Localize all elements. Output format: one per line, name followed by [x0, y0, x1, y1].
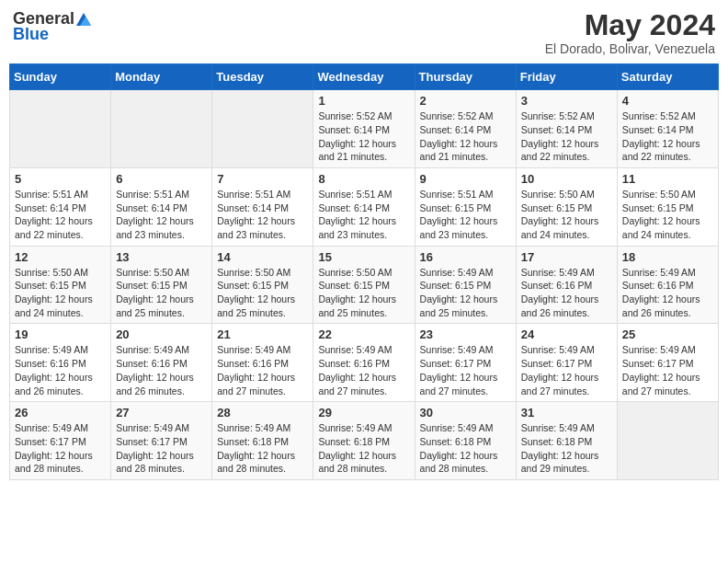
- weekday-header: Wednesday: [313, 64, 415, 90]
- day-number: 18: [622, 250, 713, 264]
- day-info: Sunrise: 5:52 AM Sunset: 6:14 PM Dayligh…: [622, 109, 713, 164]
- calendar-cell: 28Sunrise: 5:49 AM Sunset: 6:18 PM Dayli…: [212, 402, 313, 480]
- calendar-cell: 18Sunrise: 5:49 AM Sunset: 6:16 PM Dayli…: [617, 246, 718, 324]
- day-info: Sunrise: 5:49 AM Sunset: 6:17 PM Dayligh…: [420, 343, 511, 397]
- calendar-cell: 11Sunrise: 5:50 AM Sunset: 6:15 PM Dayli…: [617, 167, 718, 246]
- calendar-cell: 6Sunrise: 5:51 AM Sunset: 6:14 PM Daylig…: [111, 167, 212, 246]
- calendar-cell: 12Sunrise: 5:50 AM Sunset: 6:15 PM Dayli…: [10, 246, 111, 324]
- day-number: 16: [420, 250, 511, 264]
- calendar-cell: 16Sunrise: 5:49 AM Sunset: 6:15 PM Dayli…: [415, 246, 516, 324]
- calendar-cell: 20Sunrise: 5:49 AM Sunset: 6:16 PM Dayli…: [111, 324, 212, 402]
- day-info: Sunrise: 5:52 AM Sunset: 6:14 PM Dayligh…: [420, 109, 511, 164]
- calendar-cell: 8Sunrise: 5:51 AM Sunset: 6:14 PM Daylig…: [313, 167, 415, 246]
- day-number: 3: [521, 94, 612, 108]
- calendar-cell: 27Sunrise: 5:49 AM Sunset: 6:17 PM Dayli…: [111, 402, 212, 480]
- calendar-cell: 14Sunrise: 5:50 AM Sunset: 6:15 PM Dayli…: [212, 246, 313, 324]
- calendar-cell: 31Sunrise: 5:49 AM Sunset: 6:18 PM Dayli…: [516, 402, 617, 480]
- day-number: 1: [318, 94, 409, 108]
- calendar-cell: 4Sunrise: 5:52 AM Sunset: 6:14 PM Daylig…: [617, 90, 718, 168]
- day-info: Sunrise: 5:52 AM Sunset: 6:14 PM Dayligh…: [521, 109, 612, 164]
- day-info: Sunrise: 5:51 AM Sunset: 6:14 PM Dayligh…: [217, 188, 308, 242]
- day-info: Sunrise: 5:50 AM Sunset: 6:15 PM Dayligh…: [15, 266, 106, 320]
- day-info: Sunrise: 5:49 AM Sunset: 6:17 PM Dayligh…: [15, 421, 106, 476]
- day-number: 15: [318, 250, 409, 264]
- month-title: May 2024: [545, 9, 715, 41]
- day-number: 13: [116, 250, 207, 264]
- calendar-week-row: 19Sunrise: 5:49 AM Sunset: 6:16 PM Dayli…: [10, 324, 719, 402]
- calendar-cell: 25Sunrise: 5:49 AM Sunset: 6:17 PM Dayli…: [617, 324, 718, 402]
- day-info: Sunrise: 5:50 AM Sunset: 6:15 PM Dayligh…: [217, 266, 308, 320]
- day-number: 4: [622, 94, 713, 108]
- day-number: 7: [217, 172, 308, 186]
- calendar-cell: 23Sunrise: 5:49 AM Sunset: 6:17 PM Dayli…: [415, 324, 516, 402]
- weekday-header: Sunday: [10, 64, 111, 90]
- calendar-cell: 7Sunrise: 5:51 AM Sunset: 6:14 PM Daylig…: [212, 167, 313, 246]
- day-info: Sunrise: 5:49 AM Sunset: 6:18 PM Dayligh…: [420, 421, 511, 476]
- day-number: 14: [217, 250, 308, 264]
- day-number: 8: [318, 172, 409, 186]
- calendar-cell: 13Sunrise: 5:50 AM Sunset: 6:15 PM Dayli…: [111, 246, 212, 324]
- calendar-week-row: 5Sunrise: 5:51 AM Sunset: 6:14 PM Daylig…: [10, 167, 719, 246]
- location: El Dorado, Bolivar, Venezuela: [545, 41, 715, 56]
- logo-blue: Blue: [13, 25, 49, 44]
- weekday-header: Saturday: [617, 64, 718, 90]
- day-number: 30: [420, 406, 511, 419]
- day-number: 9: [420, 172, 511, 186]
- day-info: Sunrise: 5:49 AM Sunset: 6:16 PM Dayligh…: [521, 266, 612, 320]
- logo: General Blue: [13, 9, 93, 44]
- day-number: 24: [521, 327, 612, 341]
- day-info: Sunrise: 5:52 AM Sunset: 6:14 PM Dayligh…: [318, 109, 409, 164]
- day-number: 19: [15, 327, 106, 341]
- calendar-cell: [617, 402, 718, 480]
- calendar-cell: 1Sunrise: 5:52 AM Sunset: 6:14 PM Daylig…: [313, 90, 415, 168]
- day-info: Sunrise: 5:50 AM Sunset: 6:15 PM Dayligh…: [116, 266, 207, 320]
- day-number: 23: [420, 327, 511, 341]
- calendar-cell: [111, 90, 212, 168]
- day-info: Sunrise: 5:49 AM Sunset: 6:16 PM Dayligh…: [318, 343, 409, 397]
- day-info: Sunrise: 5:51 AM Sunset: 6:14 PM Dayligh…: [116, 188, 207, 242]
- calendar-cell: [212, 90, 313, 168]
- calendar-cell: 17Sunrise: 5:49 AM Sunset: 6:16 PM Dayli…: [516, 246, 617, 324]
- calendar-cell: 24Sunrise: 5:49 AM Sunset: 6:17 PM Dayli…: [516, 324, 617, 402]
- day-number: 12: [15, 250, 106, 264]
- day-info: Sunrise: 5:49 AM Sunset: 6:16 PM Dayligh…: [15, 343, 106, 397]
- day-info: Sunrise: 5:50 AM Sunset: 6:15 PM Dayligh…: [521, 188, 612, 242]
- day-info: Sunrise: 5:49 AM Sunset: 6:16 PM Dayligh…: [622, 266, 713, 320]
- weekday-header: Monday: [111, 64, 212, 90]
- calendar-week-row: 26Sunrise: 5:49 AM Sunset: 6:17 PM Dayli…: [10, 402, 719, 480]
- calendar-week-row: 1Sunrise: 5:52 AM Sunset: 6:14 PM Daylig…: [10, 90, 719, 168]
- day-number: 28: [217, 406, 308, 419]
- day-number: 26: [15, 406, 106, 419]
- calendar-cell: 30Sunrise: 5:49 AM Sunset: 6:18 PM Dayli…: [415, 402, 516, 480]
- day-number: 17: [521, 250, 612, 264]
- day-number: 11: [622, 172, 713, 186]
- calendar-cell: 3Sunrise: 5:52 AM Sunset: 6:14 PM Daylig…: [516, 90, 617, 168]
- day-info: Sunrise: 5:50 AM Sunset: 6:15 PM Dayligh…: [622, 188, 713, 242]
- calendar-cell: 21Sunrise: 5:49 AM Sunset: 6:16 PM Dayli…: [212, 324, 313, 402]
- day-info: Sunrise: 5:49 AM Sunset: 6:17 PM Dayligh…: [521, 343, 612, 397]
- day-info: Sunrise: 5:50 AM Sunset: 6:15 PM Dayligh…: [318, 266, 409, 320]
- calendar-cell: 15Sunrise: 5:50 AM Sunset: 6:15 PM Dayli…: [313, 246, 415, 324]
- calendar-cell: 10Sunrise: 5:50 AM Sunset: 6:15 PM Dayli…: [516, 167, 617, 246]
- day-number: 6: [116, 172, 207, 186]
- calendar-cell: 29Sunrise: 5:49 AM Sunset: 6:18 PM Dayli…: [313, 402, 415, 480]
- day-info: Sunrise: 5:51 AM Sunset: 6:15 PM Dayligh…: [420, 188, 511, 242]
- day-number: 2: [420, 94, 511, 108]
- weekday-header-row: SundayMondayTuesdayWednesdayThursdayFrid…: [10, 64, 719, 90]
- day-number: 29: [318, 406, 409, 419]
- day-info: Sunrise: 5:49 AM Sunset: 6:18 PM Dayligh…: [318, 421, 409, 476]
- day-number: 21: [217, 327, 308, 341]
- day-info: Sunrise: 5:51 AM Sunset: 6:14 PM Dayligh…: [318, 188, 409, 242]
- day-info: Sunrise: 5:49 AM Sunset: 6:15 PM Dayligh…: [420, 266, 511, 320]
- day-info: Sunrise: 5:49 AM Sunset: 6:18 PM Dayligh…: [217, 421, 308, 476]
- day-info: Sunrise: 5:49 AM Sunset: 6:17 PM Dayligh…: [622, 343, 713, 397]
- day-info: Sunrise: 5:51 AM Sunset: 6:14 PM Dayligh…: [15, 188, 106, 242]
- day-number: 5: [15, 172, 106, 186]
- day-info: Sunrise: 5:49 AM Sunset: 6:18 PM Dayligh…: [521, 421, 612, 476]
- calendar-cell: 5Sunrise: 5:51 AM Sunset: 6:14 PM Daylig…: [10, 167, 111, 246]
- page-header: General Blue May 2024 El Dorado, Bolivar…: [9, 9, 719, 56]
- day-number: 27: [116, 406, 207, 419]
- day-number: 22: [318, 327, 409, 341]
- day-number: 10: [521, 172, 612, 186]
- calendar-cell: 26Sunrise: 5:49 AM Sunset: 6:17 PM Dayli…: [10, 402, 111, 480]
